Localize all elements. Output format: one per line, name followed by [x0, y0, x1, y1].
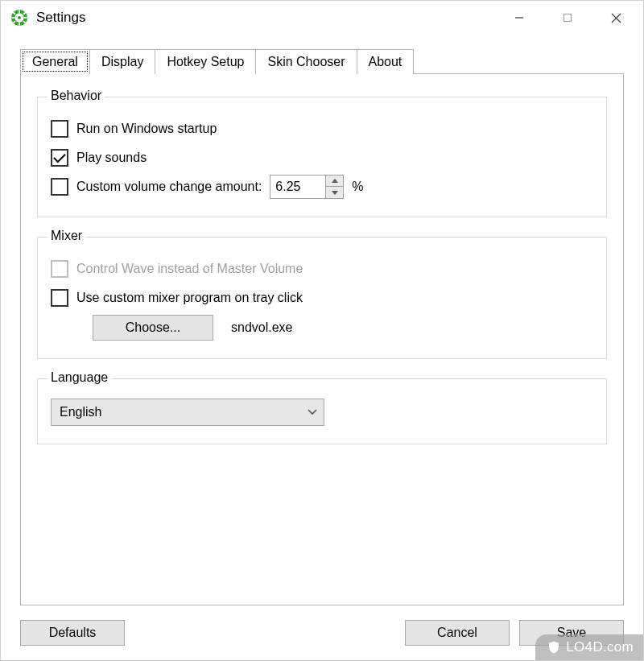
label-percent: %	[352, 180, 363, 194]
label-use-custom-mixer: Use custom mixer program on tray click	[76, 291, 303, 305]
spin-down-icon[interactable]	[326, 187, 343, 198]
label-run-on-startup: Run on Windows startup	[76, 122, 217, 136]
tab-skin-chooser[interactable]: Skin Chooser	[255, 49, 357, 74]
svg-marker-16	[332, 191, 338, 195]
group-language-legend: Language	[47, 370, 111, 385]
tab-page-general: Behavior Run on Windows startup Play sou…	[20, 73, 624, 605]
svg-rect-6	[24, 17, 27, 19]
language-select[interactable]: English	[51, 399, 324, 426]
dialog-button-row: Defaults Cancel Save	[20, 615, 624, 646]
watermark-text: LO4D.com	[566, 639, 634, 655]
group-behavior: Behavior Run on Windows startup Play sou…	[37, 97, 607, 217]
group-mixer-legend: Mixer	[47, 229, 85, 243]
cancel-button[interactable]: Cancel	[405, 620, 510, 646]
defaults-button[interactable]: Defaults	[20, 620, 125, 646]
minimize-button[interactable]	[495, 1, 543, 35]
tab-hotkey-setup[interactable]: Hotkey Setup	[155, 49, 256, 74]
numeric-volume-value[interactable]: 6.25	[270, 176, 325, 198]
close-button[interactable]	[592, 1, 640, 35]
group-behavior-legend: Behavior	[47, 89, 105, 103]
chevron-down-icon	[308, 409, 317, 415]
spin-up-icon[interactable]	[326, 176, 343, 187]
svg-marker-15	[332, 179, 338, 183]
checkbox-use-custom-mixer[interactable]	[51, 289, 68, 307]
watermark: LO4D.com	[535, 634, 643, 660]
label-play-sounds: Play sounds	[76, 151, 147, 165]
shield-icon	[547, 640, 561, 655]
tab-general[interactable]: General	[20, 49, 90, 74]
client-area: General Display Hotkey Setup Skin Choose…	[1, 35, 643, 660]
svg-rect-12	[564, 14, 572, 22]
checkbox-run-on-startup[interactable]	[51, 120, 68, 138]
svg-rect-4	[19, 23, 20, 26]
label-custom-volume: Custom volume change amount:	[76, 180, 262, 194]
svg-rect-5	[11, 17, 14, 19]
group-language: Language English	[37, 378, 607, 444]
checkbox-play-sounds[interactable]	[51, 149, 68, 167]
label-control-wave: Control Wave instead of Master Volume	[76, 262, 303, 276]
maximize-button[interactable]	[543, 1, 592, 35]
choose-button[interactable]: Choose...	[93, 315, 213, 341]
label-mixer-program: sndvol.exe	[231, 320, 293, 335]
svg-point-2	[18, 16, 21, 19]
gear-icon	[10, 9, 28, 27]
titlebar: Settings	[1, 1, 643, 35]
checkbox-custom-volume[interactable]	[51, 178, 68, 196]
window-title: Settings	[36, 10, 85, 26]
tab-display[interactable]: Display	[89, 49, 155, 74]
checkbox-control-wave	[51, 260, 68, 278]
svg-rect-3	[19, 10, 20, 13]
tab-strip: General Display Hotkey Setup Skin Choose…	[20, 49, 624, 74]
window-controls	[495, 1, 640, 35]
group-mixer: Mixer Control Wave instead of Master Vol…	[37, 237, 607, 359]
tab-about[interactable]: About	[357, 49, 415, 74]
language-select-value: English	[60, 405, 101, 419]
numeric-volume-amount[interactable]: 6.25	[270, 175, 344, 199]
